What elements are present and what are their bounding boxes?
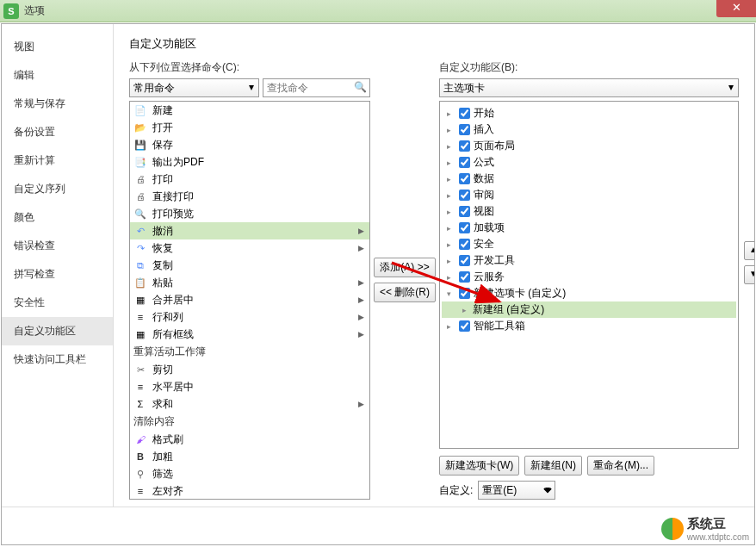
sidebar-item[interactable]: 快速访问工具栏 (2, 345, 113, 374)
command-icon: 📄 (133, 103, 147, 117)
sidebar-item[interactable]: 常规与保存 (2, 90, 113, 118)
watermark-url: www.xtdptc.com (687, 532, 749, 542)
expand-icon[interactable]: ▸ (447, 257, 457, 265)
tree-row[interactable]: ▸智能工具箱 (442, 318, 736, 334)
list-item[interactable]: ≡水平居中 (130, 378, 369, 395)
tree-row[interactable]: ▸开发工具 (442, 252, 736, 269)
list-item[interactable]: ✂剪切 (130, 361, 369, 378)
sidebar-item[interactable]: 错误检查 (2, 232, 113, 260)
tree-row[interactable]: ▾新建选项卡 (自定义) (442, 285, 736, 301)
expand-icon[interactable]: ▸ (447, 240, 457, 249)
list-item[interactable]: 🔍打印预览 (130, 205, 369, 222)
tree-checkbox[interactable] (459, 288, 470, 299)
remove-button[interactable]: << 删除(R) (374, 283, 436, 302)
list-item[interactable]: 📂打开 (130, 119, 369, 136)
list-item[interactable]: ≡左对齐 (130, 482, 369, 500)
rename-button[interactable]: 重命名(M)... (587, 456, 654, 476)
tree-checkbox[interactable] (459, 239, 470, 250)
move-up-button[interactable]: ▲ (744, 241, 754, 260)
expand-icon[interactable]: ▸ (447, 273, 457, 282)
sidebar-item[interactable]: 拼写检查 (2, 260, 113, 289)
tree-row[interactable]: ▸开始 (442, 105, 736, 121)
tree-row[interactable]: ▸审阅 (442, 187, 736, 203)
tree-row[interactable]: ▸视图 (442, 203, 736, 220)
tree-checkbox[interactable] (459, 255, 470, 266)
list-item[interactable]: 📄新建 (130, 102, 369, 119)
sidebar-item[interactable]: 编辑 (2, 61, 113, 90)
tree-row[interactable]: ▸数据 (442, 171, 736, 187)
command-icon: B (133, 450, 147, 463)
sidebar-item[interactable]: 备份设置 (2, 118, 113, 146)
list-item[interactable]: 🖨打印 (130, 171, 369, 188)
new-group-button[interactable]: 新建组(N) (524, 456, 582, 476)
expand-icon[interactable]: ▸ (447, 175, 457, 183)
expand-icon[interactable]: ▸ (447, 126, 457, 134)
close-button[interactable]: ✕ (716, 0, 756, 17)
tree-checkbox[interactable] (459, 271, 470, 283)
new-tab-button[interactable]: 新建选项卡(W) (439, 456, 519, 476)
list-item[interactable]: ⧉复制 (130, 257, 369, 274)
list-item[interactable]: 📑输出为PDF (130, 153, 369, 171)
expand-icon[interactable]: ▸ (447, 208, 457, 216)
command-label: 复制 (152, 258, 173, 273)
tree-row[interactable]: ▸加载项 (442, 220, 736, 236)
command-label: 直接打印 (152, 190, 194, 204)
list-item[interactable]: ↷恢复▶ (130, 239, 369, 257)
ribbon-tabs-select[interactable]: 主选项卡 (439, 78, 739, 97)
submenu-arrow-icon: ▶ (358, 244, 364, 252)
expand-icon[interactable]: ▸ (447, 191, 457, 200)
tree-checkbox[interactable] (459, 173, 470, 184)
command-label: 保存 (152, 138, 173, 152)
sidebar-item[interactable]: 自定义功能区 (2, 317, 113, 345)
tree-checkbox[interactable] (459, 108, 470, 119)
tree-row[interactable]: ▸插入 (442, 121, 736, 138)
sidebar-item[interactable]: 重新计算 (2, 146, 113, 175)
expand-icon[interactable]: ▾ (447, 289, 457, 298)
ribbon-tree[interactable]: ▸开始▸插入▸页面布局▸公式▸数据▸审阅▸视图▸加载项▸安全▸开发工具▸云服务▾… (439, 101, 739, 449)
tree-checkbox[interactable] (459, 157, 470, 168)
list-item[interactable]: 💾保存 (130, 136, 369, 153)
list-item[interactable]: Σ求和▶ (130, 395, 369, 413)
command-icon: 🖌 (133, 432, 147, 446)
expand-icon[interactable]: ▸ (447, 224, 457, 233)
add-button[interactable]: 添加(A) >> (374, 258, 435, 277)
tree-checkbox[interactable] (459, 124, 470, 135)
customize-label: 自定义: (439, 483, 473, 498)
expand-icon[interactable]: ▸ (447, 159, 457, 167)
list-item[interactable]: 🖨直接打印 (130, 188, 369, 205)
tree-row[interactable]: ▸新建组 (自定义) (442, 301, 736, 318)
tree-checkbox[interactable] (459, 140, 470, 152)
tree-checkbox[interactable] (459, 190, 470, 201)
sidebar-item[interactable]: 颜色 (2, 203, 113, 232)
list-item[interactable]: ↶撤消▶ (130, 222, 369, 239)
commands-listbox[interactable]: 📄新建📂打开💾保存📑输出为PDF🖨打印🖨直接打印🔍打印预览↶撤消▶↷恢复▶⧉复制… (129, 101, 370, 500)
expand-icon[interactable]: ▸ (447, 142, 457, 151)
tree-row[interactable]: ▸云服务 (442, 269, 736, 285)
tree-checkbox[interactable] (459, 320, 470, 332)
sidebar-item[interactable]: 自定义序列 (2, 175, 113, 203)
reset-select[interactable]: 重置(E) (478, 481, 555, 500)
expand-icon[interactable]: ▸ (447, 109, 457, 118)
list-item[interactable]: 🖌格式刷 (130, 431, 369, 448)
command-label: 水平居中 (152, 380, 194, 395)
list-item[interactable]: B加粗 (130, 448, 369, 465)
list-item[interactable]: ≡行和列▶ (130, 308, 369, 326)
expand-icon[interactable]: ▸ (447, 322, 457, 331)
list-item[interactable]: ▦合并居中▶ (130, 291, 369, 308)
tree-row[interactable]: ▸安全 (442, 236, 736, 252)
sidebar-item[interactable]: 安全性 (2, 289, 113, 317)
command-label: 新建 (152, 103, 173, 118)
commands-category-select[interactable]: 常用命令 (129, 78, 259, 97)
list-item[interactable]: ▦所有框线▶ (130, 326, 369, 343)
move-down-button[interactable]: ▼ (744, 265, 754, 284)
tree-row[interactable]: ▸页面布局 (442, 138, 736, 154)
tree-label: 云服务 (474, 270, 505, 284)
expand-icon[interactable]: ▸ (462, 306, 473, 314)
tree-row[interactable]: ▸公式 (442, 154, 736, 171)
list-item[interactable]: 📋粘贴▶ (130, 274, 369, 291)
sidebar-item[interactable]: 视图 (2, 33, 113, 61)
list-item[interactable]: ⚲筛选 (130, 465, 369, 482)
tree-checkbox[interactable] (459, 206, 470, 217)
tree-checkbox[interactable] (459, 222, 470, 233)
app-icon: S (3, 3, 19, 19)
